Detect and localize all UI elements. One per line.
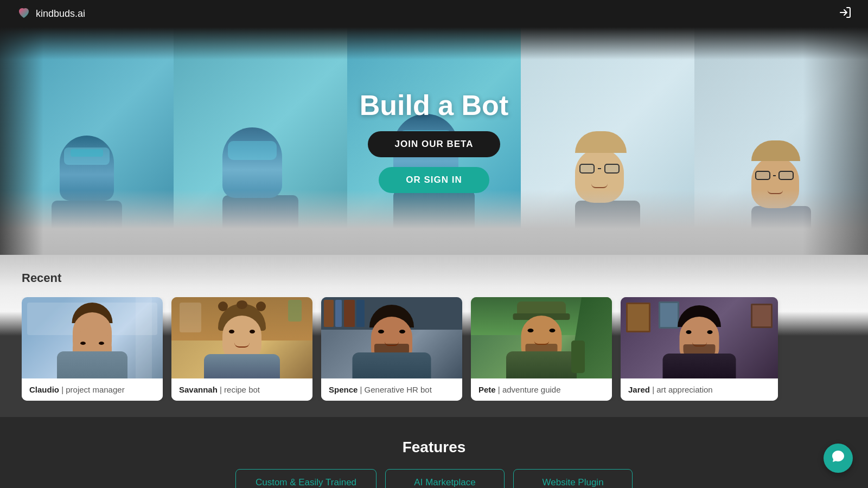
hero-face-2 (174, 27, 347, 255)
savannah-name: Savannah (179, 385, 218, 394)
bot-card-jared[interactable]: Jared | art appreciation (621, 297, 778, 401)
hero-title: Build a Bot (360, 89, 508, 121)
spence-role: | Generative HR bot (360, 385, 432, 394)
features-section: Features Custom & Easily Trained AI Mark… (0, 417, 868, 488)
hero-section: Build a Bot JOIN OUR BETA OR SIGN IN (0, 27, 868, 255)
chat-fab-icon (831, 450, 845, 467)
jared-label: Jared | art appreciation (621, 378, 778, 401)
bot-card-savannah[interactable]: Savannah | recipe bot (171, 297, 312, 401)
savannah-label: Savannah | recipe bot (171, 378, 312, 401)
claudio-role: | project manager (61, 385, 124, 394)
jared-role: | art appreciation (652, 385, 712, 394)
recent-section: Recent (0, 255, 868, 417)
bot-card-claudio[interactable]: Claudio | project manager (22, 297, 163, 401)
hero-face-5 (694, 27, 868, 255)
feature-tab-plugin[interactable]: Website Plugin (513, 469, 633, 488)
feature-tab-custom[interactable]: Custom & Easily Trained (235, 469, 376, 488)
chat-fab-button[interactable] (824, 444, 853, 473)
logo-text: kindbuds.ai (36, 8, 85, 20)
logo-icon (16, 6, 31, 21)
spence-name: Spence (329, 385, 358, 394)
features-title: Features (22, 439, 846, 456)
logo[interactable]: kindbuds.ai (16, 6, 85, 21)
spence-photo (321, 297, 462, 378)
bot-card-pete[interactable]: Pete | adventure guide (471, 297, 612, 401)
feature-tabs: Custom & Easily Trained AI Marketplace W… (22, 469, 846, 488)
login-button[interactable] (839, 6, 852, 22)
hero-face-1 (0, 27, 174, 255)
hero-face-4 (521, 27, 694, 255)
join-beta-button[interactable]: JOIN OUR BETA (368, 131, 501, 157)
recent-section-title: Recent (22, 271, 846, 285)
savannah-photo (171, 297, 312, 378)
navbar: kindbuds.ai (0, 0, 868, 27)
bots-cards-row: Claudio | project manager (22, 297, 846, 401)
feature-tab-marketplace[interactable]: AI Marketplace (385, 469, 505, 488)
jared-name: Jared (628, 385, 650, 394)
claudio-name: Claudio (29, 385, 59, 394)
jared-photo (621, 297, 778, 378)
savannah-role: | recipe bot (220, 385, 260, 394)
spence-label: Spence | Generative HR bot (321, 378, 462, 401)
pete-role: | adventure guide (498, 385, 561, 394)
pete-label: Pete | adventure guide (471, 378, 612, 401)
pete-photo (471, 297, 612, 378)
sign-in-button[interactable]: OR SIGN IN (379, 167, 489, 193)
claudio-photo (22, 297, 163, 378)
claudio-label: Claudio | project manager (22, 378, 163, 401)
hero-content: Build a Bot JOIN OUR BETA OR SIGN IN (360, 89, 508, 193)
pete-name: Pete (478, 385, 496, 394)
bot-card-spence[interactable]: Spence | Generative HR bot (321, 297, 462, 401)
